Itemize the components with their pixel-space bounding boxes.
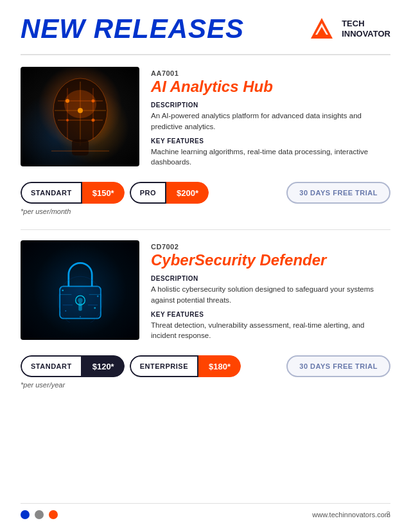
product-code-2: CD7002 <box>151 243 390 251</box>
svg-point-27 <box>94 306 96 308</box>
product-name-2: CyberSecurity Defender <box>151 252 390 269</box>
svg-point-22 <box>78 297 82 302</box>
product-info-1: AA7001 AI Analytics Hub DESCRIPTION An A… <box>151 67 390 173</box>
pricing-row-2: STANDART $120* ENTERPRISE $180* 30 DAYS … <box>21 355 390 377</box>
svg-point-25 <box>96 295 98 297</box>
product-card-1: AA7001 AI Analytics Hub DESCRIPTION An A… <box>21 67 390 218</box>
description-text-1: An AI-powered analytics platform for adv… <box>151 111 390 132</box>
features-label-1: KEY FEATURES <box>151 137 390 145</box>
footer-url: www.techinnovators.com <box>312 511 390 519</box>
page: NEW RELEASES TECH INNOVATOR <box>0 0 411 532</box>
product-card-2: CD7002 CyberSecurity Defender DESCRIPTIO… <box>21 240 390 391</box>
pricing-row-1: STANDART $150* PRO $200* 30 DAYS FREE TR… <box>21 182 390 204</box>
footer-dots <box>21 510 58 519</box>
page-number: 3 <box>386 510 390 519</box>
description-label-1: DESCRIPTION <box>151 102 390 109</box>
price-value-standard-1: $150* <box>82 182 125 204</box>
svg-rect-17 <box>72 139 89 155</box>
free-trial-badge-2[interactable]: 30 DAYS FREE TRIAL <box>286 355 390 377</box>
price-badge-pro-1[interactable]: PRO $200* <box>130 182 209 204</box>
header-divider <box>21 54 390 55</box>
product-name-1: AI Analytics Hub <box>151 78 390 95</box>
price-badge-enterprise-2[interactable]: ENTERPRISE $180* <box>130 355 241 377</box>
product-image-ai <box>21 67 139 166</box>
description-text-2: A holistic cybersecurity solution design… <box>151 284 390 305</box>
product-code-1: AA7001 <box>151 69 390 77</box>
svg-point-24 <box>62 289 64 291</box>
price-value-pro-1: $200* <box>166 182 209 204</box>
features-text-2: Threat detection, vulnerability assessme… <box>151 320 390 341</box>
product-top-2: CD7002 CyberSecurity Defender DESCRIPTIO… <box>21 240 390 346</box>
footer: www.techinnovators.com <box>21 503 390 519</box>
features-label-2: KEY FEATURES <box>151 311 390 318</box>
logo-area: TECH INNOVATOR <box>308 15 390 42</box>
dot-gray <box>35 510 44 519</box>
price-badge-standard-2[interactable]: STANDART $120* <box>21 355 125 377</box>
features-text-1: Machine learning algorithms, real-time d… <box>151 146 390 168</box>
logo-text: TECH INNOVATOR <box>342 19 390 39</box>
header: NEW RELEASES TECH INNOVATOR <box>21 15 390 42</box>
product-info-2: CD7002 CyberSecurity Defender DESCRIPTIO… <box>151 240 390 346</box>
price-tier-standard-1: STANDART <box>21 182 82 204</box>
svg-point-26 <box>65 310 66 311</box>
svg-rect-23 <box>78 303 82 311</box>
dot-blue <box>21 510 30 519</box>
free-trial-badge-1[interactable]: 30 DAYS FREE TRIAL <box>286 182 390 204</box>
dot-orange <box>49 510 58 519</box>
price-value-standard-2: $120* <box>82 355 125 377</box>
price-tier-enterprise-2: ENTERPRISE <box>130 355 198 377</box>
price-tier-pro-1: PRO <box>130 182 166 204</box>
svg-point-13 <box>66 119 69 121</box>
product-top-1: AA7001 AI Analytics Hub DESCRIPTION An A… <box>21 67 390 173</box>
price-value-enterprise-2: $180* <box>198 355 241 377</box>
page-title: NEW RELEASES <box>21 15 244 42</box>
price-tier-standard-2: STANDART <box>21 355 82 377</box>
product-image-cyber <box>21 240 139 340</box>
svg-point-14 <box>91 118 94 121</box>
per-unit-1: *per user/month <box>21 208 390 215</box>
per-unit-2: *per user/year <box>21 381 390 389</box>
logo-icon <box>308 15 335 42</box>
product-divider <box>21 229 390 230</box>
svg-point-16 <box>64 90 96 118</box>
svg-point-28 <box>80 316 81 317</box>
price-badge-standard-1[interactable]: STANDART $150* <box>21 182 125 204</box>
description-label-2: DESCRIPTION <box>151 275 390 282</box>
